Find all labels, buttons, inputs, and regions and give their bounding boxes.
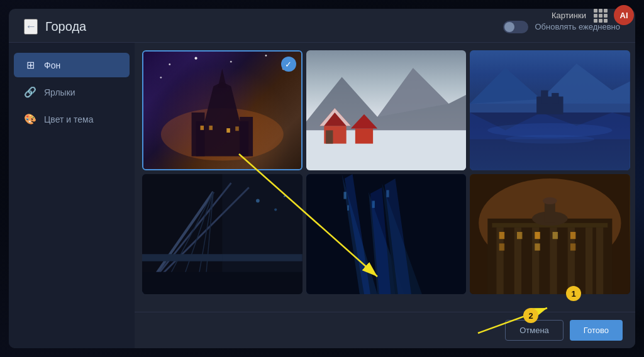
svg-rect-78 <box>570 243 575 250</box>
svg-rect-76 <box>499 243 504 250</box>
gallery-grid: ✓ <box>142 50 630 294</box>
pictures-label: Картинки <box>552 11 586 20</box>
svg-rect-21 <box>326 130 333 143</box>
svg-rect-44 <box>142 272 303 294</box>
svg-marker-8 <box>218 69 226 88</box>
svg-rect-22 <box>355 129 372 144</box>
gallery-cell-bridge[interactable] <box>142 174 303 294</box>
panel-title: Города <box>45 19 86 34</box>
svg-point-2 <box>230 61 232 63</box>
svg-rect-14 <box>226 128 230 133</box>
selected-check-badge: ✓ <box>281 57 296 72</box>
gallery-cell-glass-buildings[interactable] <box>306 174 467 294</box>
svg-rect-70 <box>596 228 603 294</box>
daily-update-toggle[interactable] <box>503 21 528 33</box>
gallery-cell-city-night[interactable]: ✓ <box>142 50 303 170</box>
sidebar: ⊞ Фон 🔗 Ярлыки 🎨 Цвет и тема <box>9 43 135 348</box>
gallery-scroll[interactable]: ✓ <box>135 43 635 312</box>
header-left: ← Города <box>24 19 86 35</box>
building-dusk-image <box>470 174 630 294</box>
done-button[interactable]: Готово <box>570 320 623 341</box>
svg-rect-71 <box>499 232 504 239</box>
bottom-bar: Отмена Готово <box>135 312 635 348</box>
gallery-area: ✓ <box>135 43 635 348</box>
svg-rect-56 <box>343 192 346 199</box>
svg-rect-34 <box>552 93 558 104</box>
apps-grid-icon[interactable] <box>594 9 606 21</box>
top-bar: Картинки AI <box>541 0 644 30</box>
svg-rect-59 <box>386 190 389 197</box>
gallery-cell-snowy[interactable] <box>306 50 467 170</box>
svg-point-0 <box>169 63 170 65</box>
color-theme-icon: 🎨 <box>24 113 36 125</box>
sidebar-background-label: Фон <box>44 60 60 70</box>
sidebar-item-shortcuts[interactable]: 🔗 Ярлыки <box>14 80 130 104</box>
svg-rect-69 <box>586 228 592 294</box>
svg-rect-27 <box>470 50 630 104</box>
bridge-image <box>142 174 303 294</box>
annotation-badge-2: 2 <box>523 308 538 323</box>
avatar[interactable]: AI <box>614 5 634 25</box>
svg-rect-15 <box>235 126 239 131</box>
content-area: ⊞ Фон 🔗 Ярлыки 🎨 Цвет и тема <box>9 43 635 348</box>
svg-rect-58 <box>372 200 374 207</box>
svg-rect-11 <box>240 117 253 157</box>
annotation-badge-1: 1 <box>566 286 581 301</box>
gallery-cell-building-dusk[interactable] <box>470 174 630 294</box>
lake-image <box>470 50 630 170</box>
sidebar-item-color-theme[interactable]: 🎨 Цвет и тема <box>14 107 130 131</box>
shortcuts-icon: 🔗 <box>24 86 36 98</box>
svg-point-47 <box>274 208 277 211</box>
cancel-button[interactable]: Отмена <box>505 320 564 341</box>
svg-point-5 <box>160 77 162 79</box>
back-button[interactable]: ← <box>24 19 38 35</box>
sidebar-shortcuts-label: Ярлыки <box>44 87 75 97</box>
svg-rect-12 <box>201 126 204 130</box>
city-night-image <box>143 52 301 169</box>
svg-rect-10 <box>192 113 205 157</box>
svg-point-31 <box>506 135 594 143</box>
background-icon: ⊞ <box>24 59 36 71</box>
svg-rect-33 <box>541 91 548 104</box>
svg-point-1 <box>194 57 197 60</box>
sidebar-item-background[interactable]: ⊞ Фон <box>14 53 130 77</box>
main-panel: ← Города Обновлять ежедневно ⊞ Фон 🔗 Ярл… <box>9 9 635 348</box>
svg-rect-72 <box>517 232 522 239</box>
sidebar-color-theme-label: Цвет и тема <box>44 114 93 124</box>
svg-rect-73 <box>535 232 540 239</box>
svg-point-48 <box>284 195 286 197</box>
svg-rect-75 <box>570 232 575 239</box>
svg-rect-77 <box>535 243 540 250</box>
svg-rect-32 <box>536 97 563 114</box>
svg-point-3 <box>265 55 267 57</box>
gallery-cell-lake[interactable] <box>470 50 630 170</box>
svg-point-46 <box>256 199 260 203</box>
snowy-image <box>306 50 467 170</box>
glass-buildings-image <box>306 174 467 294</box>
svg-rect-74 <box>553 232 558 239</box>
svg-rect-13 <box>209 126 213 130</box>
svg-point-81 <box>543 197 557 204</box>
svg-rect-45 <box>222 174 302 272</box>
svg-rect-57 <box>347 206 349 211</box>
